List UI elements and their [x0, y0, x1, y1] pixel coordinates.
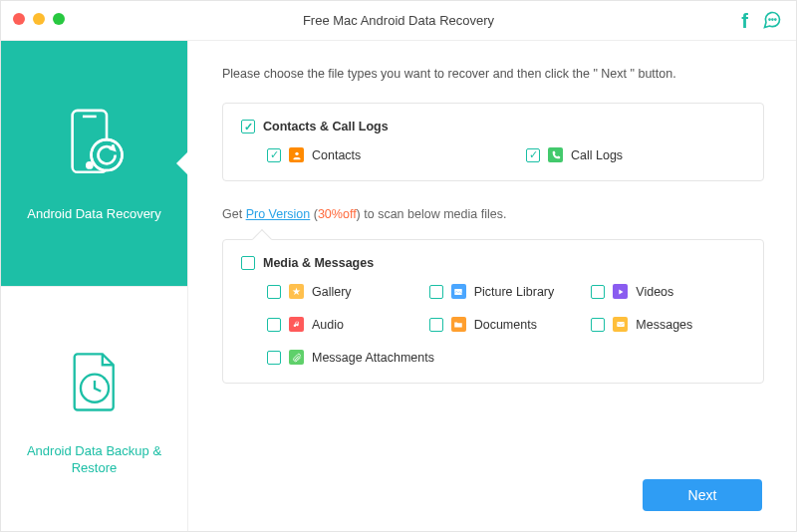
svg-point-0 [769, 19, 770, 20]
option-label: Message Attachments [312, 351, 434, 365]
group-contacts-header[interactable]: Contacts & Call Logs [241, 120, 745, 133]
instruction-text: Please choose the file types you want to… [222, 67, 764, 81]
promo-text: Get Pro Version (30%off) to scan below m… [222, 207, 764, 221]
checkbox-icon[interactable] [429, 318, 443, 332]
svg-marker-11 [619, 289, 623, 294]
sidebar-item-label: Android Data Recovery [27, 205, 160, 223]
titlebar: Free Mac Android Data Recovery f [1, 1, 796, 41]
svg-rect-12 [617, 322, 625, 327]
chat-icon[interactable] [762, 10, 782, 34]
pro-version-link[interactable]: Pro Version [246, 207, 311, 221]
discount-off: off [343, 207, 357, 221]
documents-icon [451, 317, 466, 332]
group-contacts-items: Contacts Call Logs [241, 147, 745, 162]
option-label: Picture Library [474, 285, 555, 299]
picture-library-icon [451, 284, 466, 299]
option-label: Messages [636, 318, 692, 332]
group-title: Contacts & Call Logs [263, 120, 389, 133]
phone-recover-icon [52, 104, 137, 189]
window-controls [13, 13, 65, 25]
option-contacts[interactable]: Contacts [267, 147, 486, 162]
checkbox-icon[interactable] [591, 318, 605, 332]
checkbox-icon[interactable] [267, 285, 281, 299]
option-label: Gallery [312, 285, 352, 299]
checkbox-icon[interactable] [267, 318, 281, 332]
checkbox-icon[interactable] [526, 148, 540, 162]
messages-icon [613, 317, 628, 332]
sidebar-item-backup[interactable]: Android Data Backup & Restore [1, 286, 187, 532]
option-label: Audio [312, 318, 344, 332]
attachment-icon [289, 350, 304, 365]
group-title: Media & Messages [263, 256, 374, 270]
option-documents[interactable]: Documents [429, 317, 584, 332]
close-icon[interactable] [13, 13, 25, 25]
option-label: Documents [474, 318, 537, 332]
checkbox-icon[interactable] [241, 256, 255, 270]
call-logs-icon [548, 147, 563, 162]
panel-pointer-icon [252, 229, 272, 249]
window-title: Free Mac Android Data Recovery [1, 13, 796, 28]
checkbox-icon[interactable] [267, 148, 281, 162]
facebook-icon[interactable]: f [741, 10, 748, 34]
checkbox-icon[interactable] [429, 285, 443, 299]
checkbox-icon[interactable] [267, 351, 281, 365]
app-window: Free Mac Android Data Recovery f [0, 0, 797, 532]
group-media-header[interactable]: Media & Messages [241, 256, 745, 270]
option-audio[interactable]: Audio [267, 317, 421, 332]
option-message-attachments[interactable]: Message Attachments [267, 350, 583, 365]
group-media-panel: Media & Messages ★ Gallery Picture Libra… [222, 239, 764, 384]
svg-point-2 [775, 19, 776, 20]
next-button[interactable]: Next [643, 479, 762, 511]
option-label: Call Logs [571, 148, 623, 162]
checkbox-icon[interactable] [241, 120, 255, 133]
audio-icon [289, 317, 304, 332]
gallery-icon: ★ [289, 284, 304, 299]
option-call-logs[interactable]: Call Logs [526, 147, 745, 162]
file-clock-icon [52, 341, 137, 426]
content-body: Android Data Recovery Android Data Backu… [1, 41, 796, 531]
sidebar-item-label: Android Data Backup & Restore [20, 442, 169, 477]
main-panel: Please choose the file types you want to… [188, 41, 796, 531]
zoom-icon[interactable] [53, 13, 65, 25]
svg-point-1 [772, 19, 773, 20]
titlebar-actions: f [741, 10, 782, 34]
option-picture-library[interactable]: Picture Library [429, 284, 584, 299]
option-gallery[interactable]: ★ Gallery [267, 284, 421, 299]
option-videos[interactable]: Videos [591, 284, 745, 299]
svg-point-9 [295, 151, 298, 154]
sidebar-item-recovery[interactable]: Android Data Recovery [1, 41, 187, 286]
videos-icon [613, 284, 628, 299]
option-label: Videos [636, 285, 673, 299]
group-media-items: ★ Gallery Picture Library [241, 284, 745, 365]
contacts-icon [289, 147, 304, 162]
option-messages[interactable]: Messages [591, 317, 745, 332]
group-contacts-panel: Contacts & Call Logs Contacts [222, 103, 764, 181]
checkbox-icon[interactable] [591, 285, 605, 299]
minimize-icon[interactable] [33, 13, 45, 25]
option-label: Contacts [312, 148, 361, 162]
svg-point-5 [87, 162, 92, 167]
discount-value: 30% [318, 207, 343, 221]
sidebar: Android Data Recovery Android Data Backu… [1, 41, 188, 531]
